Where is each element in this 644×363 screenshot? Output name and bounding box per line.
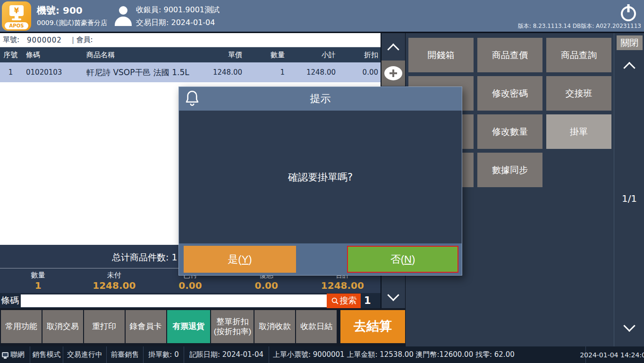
cashier-name: 收銀員: 9001.9001測試	[136, 5, 220, 15]
version-text: 版本: 8.23.1113.14 DB版本: A027.20231113	[518, 22, 641, 30]
confirm-dialog: 提示 確認要掛單嗎? 是(Y) 否(N)	[178, 86, 462, 276]
trade-date: 交易日期: 2024-01-04	[136, 18, 215, 28]
chevron-up-icon	[387, 43, 399, 55]
apos-logo: ¥ APOS	[2, 1, 31, 31]
plus-icon	[384, 66, 402, 80]
yes-button[interactable]: 是(Y)	[184, 246, 296, 273]
hold-order-button[interactable]: 掛單	[546, 114, 611, 149]
cell-discount: 0.00	[336, 68, 381, 77]
barcode-row: 條碼 搜索 1	[0, 293, 381, 308]
order-number-value: 9000002	[27, 36, 62, 44]
member-label: ｜會員:	[69, 35, 93, 44]
common-functions-button[interactable]: 常用功能	[1, 310, 42, 343]
page-indicator: 1/1	[614, 193, 644, 204]
reprint-button[interactable]: 重打印	[84, 310, 125, 343]
change-password-button[interactable]: 修改密碼	[477, 76, 542, 111]
machine-number: 機號: 900	[37, 4, 83, 17]
refund-with-receipt-button[interactable]: 有票退貨	[167, 310, 211, 343]
whole-order-discount-button[interactable]: 整單折扣(按折扣率)	[211, 310, 254, 343]
data-sync-button[interactable]: 數據同步	[477, 153, 542, 187]
no-button[interactable]: 否(N)	[347, 246, 458, 273]
network-status: 聯網	[0, 346, 30, 363]
barcode-label: 條碼	[0, 294, 21, 307]
chevron-up-icon	[623, 62, 635, 74]
checkout-button[interactable]: 去結算	[340, 310, 405, 343]
col-barcode: 條碼	[21, 51, 86, 60]
chevron-down-icon	[387, 289, 399, 301]
chevron-down-icon	[623, 320, 635, 332]
order-number-label: 單號:	[3, 35, 19, 44]
last-transaction-status: 上單小票號: 9000001 上單金額: 12538.00 澳門幣:12600.…	[269, 346, 585, 363]
col-seq: 序號	[0, 51, 21, 60]
add-quantity-button[interactable]	[381, 60, 405, 86]
total-unpaid: 未付 1248.00	[76, 268, 152, 293]
register-member-card-button[interactable]: 錄會員卡	[126, 310, 166, 343]
cell-price: 1248.00	[197, 68, 242, 77]
order-info-row: 單號: 9000002 ｜會員:	[0, 33, 381, 47]
dialog-header: 提示	[179, 87, 462, 111]
search-button[interactable]: 搜索	[327, 294, 361, 308]
book-date-status: 記賬日期: 2024-01-04	[184, 346, 269, 363]
col-name: 商品名稱	[86, 51, 197, 60]
table-row[interactable]: 1 01020103 軒尼詩 VSOP干邑 法國 1.5L 1248.00 1 …	[0, 62, 381, 82]
payment-settlement-button[interactable]: 收款日結	[296, 310, 337, 343]
close-button[interactable]: 關閉	[617, 35, 643, 50]
open-drawer-button[interactable]: 開錢箱	[408, 38, 474, 72]
power-icon	[619, 3, 638, 23]
app-header: ¥ APOS 機號: 900 0009.(測試)茵豪薈分店 收銀員: 9001.…	[0, 0, 644, 33]
price-check-button[interactable]: 商品查價	[477, 38, 542, 72]
shift-change-button[interactable]: 交接班	[546, 76, 611, 111]
sale-mode-status: 銷售模式	[30, 346, 63, 363]
col-discount: 折扣	[336, 51, 381, 60]
network-icon	[2, 352, 8, 357]
function-pager-strip: 關閉 1/1	[614, 33, 644, 346]
modify-qty-button[interactable]: 修改數量	[477, 114, 542, 149]
barcode-input[interactable]	[21, 294, 327, 307]
dialog-body: 確認要掛單嗎?	[179, 111, 462, 243]
cell-barcode: 01020103	[21, 68, 86, 77]
scan-count: 1	[364, 295, 371, 306]
pos-screen: ¥ APOS 機號: 900 0009.(測試)茵豪薈分店 收銀員: 9001.…	[0, 0, 644, 363]
logo-label: APOS	[5, 22, 28, 29]
scroll-up-button[interactable]	[381, 33, 405, 60]
dialog-footer: 是(Y) 否(N)	[179, 243, 462, 275]
cancel-transaction-button[interactable]: 取消交易	[42, 310, 83, 343]
store-name: 0009.(測試)茵豪薈分店	[37, 19, 107, 27]
cell-qty: 1	[242, 68, 285, 77]
power-button[interactable]	[619, 3, 638, 23]
monitor-base	[12, 18, 21, 20]
cell-name: 軒尼詩 VSOP干邑 法國 1.5L	[86, 67, 197, 78]
col-qty: 數量	[242, 51, 285, 60]
transaction-status: 交易進行中	[63, 346, 107, 363]
cell-subtotal: 1248.00	[285, 68, 336, 77]
dialog-message: 確認要掛單嗎?	[288, 171, 353, 184]
dialog-title: 提示	[310, 92, 331, 106]
page-up-button[interactable]	[614, 56, 644, 75]
cancel-payment-button[interactable]: 取消收款	[254, 310, 295, 343]
cell-seq: 1	[0, 68, 21, 77]
product-query-button[interactable]: 商品查詢	[546, 38, 611, 72]
hold-count-status: 掛單數: 0	[144, 346, 184, 363]
status-bar: 聯網 銷售模式 交易進行中 前臺銷售 掛單數: 0 記賬日期: 2024-01-…	[0, 346, 644, 363]
front-sale-status: 前臺銷售	[107, 346, 144, 363]
items-table-header: 序號 條碼 商品名稱 單價 數量 小計 折扣	[0, 47, 381, 62]
user-icon	[113, 6, 134, 26]
bottom-toolbar: 常用功能 取消交易 重打印 錄會員卡 有票退貨 整單折扣(按折扣率) 取消收款 …	[0, 308, 405, 346]
scroll-down-button[interactable]	[381, 287, 405, 308]
bell-icon	[184, 89, 201, 108]
total-qty: 數量 1	[0, 268, 76, 293]
search-icon	[331, 297, 339, 305]
clock: 2024-01-04 14:24:07	[585, 346, 644, 363]
page-down-button[interactable]	[614, 319, 644, 338]
currency-glyph: ¥	[14, 7, 19, 15]
total-items-text: 总计商品件数: 1	[112, 251, 178, 264]
col-subtotal: 小計	[285, 51, 336, 60]
col-price: 單價	[197, 51, 242, 60]
monitor-icon: ¥	[9, 5, 24, 16]
